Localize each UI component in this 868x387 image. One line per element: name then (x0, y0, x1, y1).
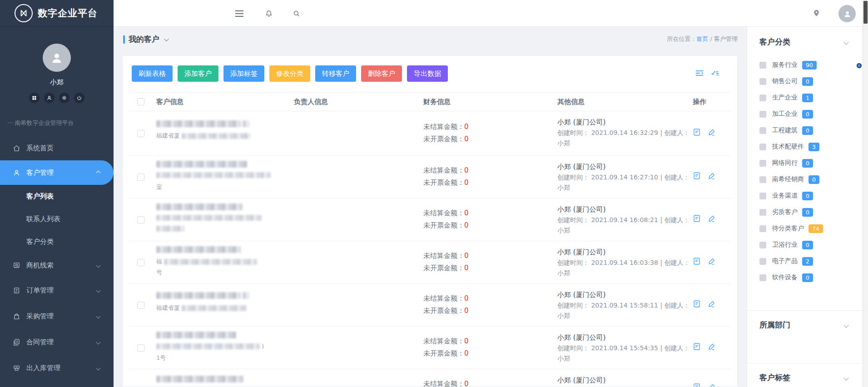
table-header: 客户信息 负责人信息 财务信息 其他信息 操作 (123, 92, 737, 111)
edit-pencil-icon[interactable] (708, 342, 716, 351)
platform-prefix: ··· (7, 119, 13, 126)
row-checkbox[interactable] (137, 130, 144, 137)
category-item: 南希经销商0 (759, 171, 823, 188)
customer-cell: ) 1号 (156, 327, 306, 369)
category-checkbox[interactable] (759, 258, 766, 265)
category-checkbox[interactable] (759, 160, 766, 167)
detail-document-icon[interactable] (693, 342, 701, 351)
hamburger-menu-icon[interactable] (233, 0, 246, 27)
detail-document-icon[interactable] (693, 300, 701, 308)
title-accent-bar (123, 35, 125, 44)
breadcrumb-home-link[interactable]: 首页 (696, 35, 708, 42)
detail-document-icon[interactable] (693, 383, 701, 387)
other-info-cell: 小郑 (厦门公司) 创建时间： 2021.09.14 16:27:10 | 创建… (557, 161, 694, 193)
sidebar-item-home[interactable]: 系统首页 (0, 136, 114, 160)
location-pin-icon[interactable] (809, 0, 823, 27)
edit-category-button[interactable]: 修改分类 (269, 65, 310, 82)
row-actions (693, 128, 716, 136)
category-checkbox[interactable] (759, 209, 766, 216)
category-checkbox[interactable] (759, 62, 766, 69)
page-scrollbar[interactable] (863, 0, 868, 387)
detail-document-icon[interactable] (693, 172, 701, 180)
apps-grid-icon[interactable] (29, 93, 40, 103)
notification-bell-icon[interactable] (262, 0, 276, 27)
count-badge: 74 (808, 224, 823, 233)
add-tag-button[interactable]: 添加标签 (223, 65, 264, 82)
app-title: 数字企业平台 (38, 7, 98, 20)
edit-pencil-icon[interactable] (708, 300, 716, 308)
row-actions (693, 300, 716, 308)
checklist-icon[interactable] (711, 69, 719, 77)
sidebar-item-orders[interactable]: 订单管理 (0, 278, 114, 303)
category-checkbox[interactable] (759, 274, 766, 281)
search-icon[interactable] (290, 0, 303, 27)
category-checkbox[interactable] (759, 94, 766, 101)
sidebar-item-warehouse[interactable]: 出入库管理 (0, 355, 114, 381)
title-chevron-down-icon[interactable] (164, 36, 169, 41)
detail-document-icon[interactable] (693, 257, 701, 265)
scrollbar-thumb[interactable] (863, 1, 868, 24)
chevron-down-icon[interactable] (843, 322, 848, 327)
topbar (114, 0, 868, 27)
row-checkbox[interactable] (137, 259, 144, 266)
settings-gear-icon[interactable] (59, 93, 69, 103)
panel-divider (747, 363, 863, 363)
row-checkbox[interactable] (137, 344, 144, 352)
category-checkbox[interactable] (759, 78, 766, 85)
count-badge: 0 (802, 208, 813, 217)
category-checkbox[interactable] (759, 127, 766, 134)
delete-customer-button[interactable]: 删除客户 (361, 65, 402, 82)
sidebar-subitem-customer-list[interactable]: 客户列表 (0, 185, 114, 208)
category-checkbox[interactable] (759, 111, 766, 118)
edit-pencil-icon[interactable] (708, 214, 716, 223)
edit-pencil-icon[interactable] (708, 257, 716, 265)
row-checkbox[interactable] (137, 174, 144, 181)
detail-document-icon[interactable] (693, 128, 701, 136)
table-row: 福 号 未结算金额：0 未开票金额：0 小郑 (厦门公司) 创建时间： 2021… (123, 241, 737, 284)
column-settings-icon[interactable] (695, 69, 704, 77)
customer-cell: 福建省厦 (156, 111, 306, 156)
right-filter-panel: 客户分类 服务行业90 销售公司0 生产企业1 加工企业0 工程建筑0 技术配硬… (747, 27, 868, 387)
other-info-cell: 小郑 (厦门公司) 创建时间： 2021.09.14 16:08:21 | 创建… (557, 204, 694, 236)
edit-pencil-icon[interactable] (708, 128, 716, 136)
row-checkbox[interactable] (137, 302, 144, 309)
sidebar-subitem-contact-list[interactable]: 联系人列表 (0, 208, 114, 230)
category-checkbox[interactable] (759, 225, 766, 232)
sidebar-item-purchasing[interactable]: 采购管理 (0, 303, 114, 329)
category-item: 销售公司0 (759, 73, 823, 89)
category-checkbox[interactable] (759, 242, 766, 248)
category-checkbox[interactable] (759, 193, 766, 199)
row-checkbox[interactable] (137, 216, 144, 223)
row-actions (693, 342, 716, 351)
floating-handle-dot[interactable] (857, 63, 862, 68)
refresh-table-button[interactable]: 刷新表格 (132, 65, 173, 82)
count-badge: 0 (802, 159, 813, 168)
page-title-wrap: 我的客户 (123, 34, 168, 45)
count-badge: 0 (802, 77, 813, 86)
sidebar-item-customers[interactable]: 客户管理 (0, 160, 114, 185)
profile-icon[interactable] (44, 93, 55, 103)
add-customer-button[interactable]: 添加客户 (178, 65, 218, 82)
power-icon[interactable] (74, 93, 84, 103)
chevron-down-icon[interactable] (843, 40, 848, 45)
edit-pencil-icon[interactable] (708, 172, 716, 180)
sidebar-avatar[interactable] (43, 44, 71, 72)
panel-divider (747, 310, 863, 311)
category-checkbox[interactable] (759, 176, 766, 183)
select-all-checkbox[interactable] (137, 98, 144, 105)
topbar-avatar[interactable] (838, 5, 856, 22)
customer-table-card: 刷新表格 添加客户 添加标签 修改分类 转移客户 删除客户 导出数据 客户信息 … (122, 55, 738, 387)
category-checkbox[interactable] (759, 144, 766, 150)
sidebar-subitem-customer-category[interactable]: 客户分类 (0, 230, 114, 253)
orders-icon (12, 287, 20, 295)
transfer-customer-button[interactable]: 转移客户 (315, 65, 356, 82)
detail-document-icon[interactable] (693, 214, 701, 223)
edit-pencil-icon[interactable] (708, 383, 716, 387)
other-info-cell: 小郑 (厦门公司) 创建时间： 2021.09.14 16:03:38 | 创建… (557, 247, 694, 278)
sidebar-item-leads[interactable]: 商机线索 (0, 253, 114, 278)
export-data-button[interactable]: 导出数据 (407, 65, 448, 82)
chevron-down-icon[interactable] (843, 375, 848, 380)
row-actions (693, 214, 716, 223)
count-badge: 0 (802, 241, 813, 249)
sidebar-item-contracts[interactable]: 合同管理 (0, 329, 114, 355)
